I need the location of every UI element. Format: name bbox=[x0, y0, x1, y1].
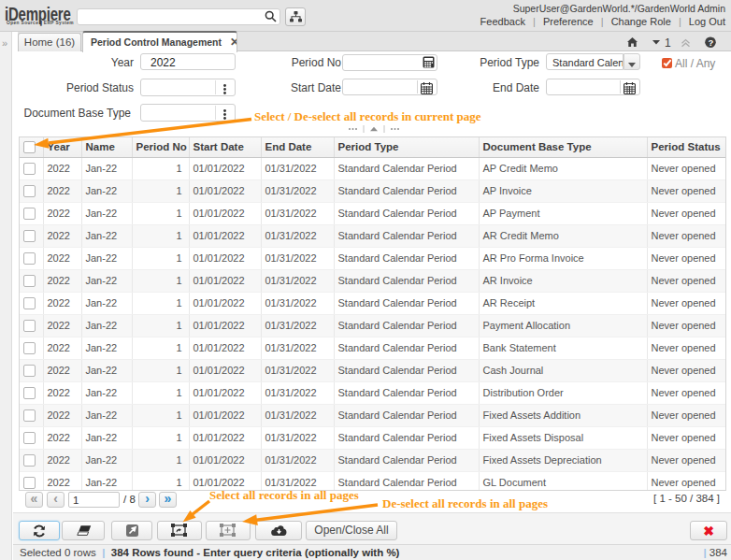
svg-text:1: 1 bbox=[665, 36, 671, 50]
svg-text:?: ? bbox=[708, 37, 713, 48]
